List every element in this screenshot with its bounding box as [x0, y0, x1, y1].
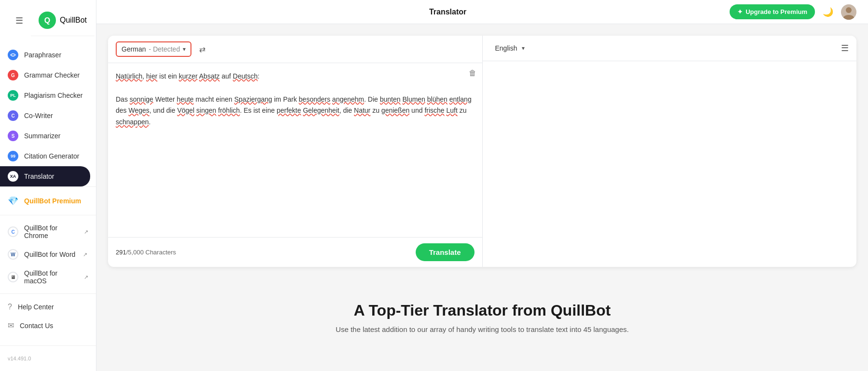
sidebar-premium-section: 💎 QuillBot Premium	[0, 186, 96, 215]
target-language-selector[interactable]: English ▾	[490, 41, 530, 55]
target-panel: English ▾ ☰	[483, 36, 857, 267]
sidebar-extensions-section: C QuillBot for Chrome ↗ W QuillBot for W…	[0, 215, 96, 293]
format-options-button[interactable]: ☰	[841, 43, 849, 53]
sidebar-item-contact-us[interactable]: ✉ Contact Us	[0, 316, 96, 335]
promo-title: A Top-Tier Translator from QuillBot	[118, 302, 847, 319]
target-text-area	[483, 61, 857, 267]
sidebar-item-label-grammar: Grammar Checker	[24, 71, 80, 79]
sidebar-item-label-co-writer: Co-Writer	[24, 112, 53, 119]
target-lang-bar: English ▾ ☰	[483, 36, 857, 61]
sidebar-item-translator[interactable]: XA Translator	[0, 166, 90, 186]
user-avatar[interactable]	[841, 4, 856, 20]
chevron-down-icon: ▾	[183, 46, 186, 53]
source-text-area[interactable]: Natürlich, hier ist ein kurzer Absatz au…	[108, 63, 482, 237]
dark-mode-toggle[interactable]: 🌙	[823, 7, 833, 17]
delete-text-button[interactable]: 🗑	[469, 69, 476, 78]
mail-icon: ✉	[8, 321, 14, 330]
sidebar-item-label-plagiarism: Plagiarism Checker	[24, 92, 82, 99]
translate-button[interactable]: Translate	[416, 243, 475, 261]
char-label: Characters	[144, 249, 176, 256]
external-link-icon-2: ↗	[83, 252, 87, 258]
sidebar: ☰ Q QuillBot Paraphraser G Grammar Check…	[0, 0, 96, 371]
sidebar-help-label: Help Center	[18, 303, 54, 311]
sidebar-item-macos[interactable]: 🖥 QuillBot for macOS ↗	[0, 265, 96, 290]
premium-star-icon: ✦	[737, 8, 743, 15]
citation-generator-icon: 99	[8, 151, 18, 161]
sidebar-item-premium[interactable]: 💎 QuillBot Premium	[0, 191, 96, 211]
sidebar-item-citation-generator[interactable]: 99 Citation Generator	[0, 146, 96, 166]
sidebar-item-help-center[interactable]: ? Help Center	[0, 298, 96, 316]
trash-icon: 🗑	[469, 69, 476, 77]
char-max: 5,000	[128, 249, 144, 256]
plagiarism-checker-icon: PL	[8, 90, 18, 101]
app-header: Translator ✦ Upgrade to Premium 🌙	[96, 0, 868, 24]
sidebar-item-label-summarizer: Summarizer	[24, 132, 60, 140]
sidebar-macos-label: QuillBot for macOS	[24, 269, 76, 285]
source-lang-name: German	[122, 45, 146, 53]
promo-subtitle: Use the latest addition to our array of …	[118, 325, 847, 333]
sidebar-premium-label: QuillBot Premium	[24, 197, 81, 205]
main-content: Translator ✦ Upgrade to Premium 🌙 German	[96, 0, 868, 371]
translator-card: German - Detected ▾ ⇄ Natürlich, hier is…	[108, 36, 856, 267]
source-lang-bar: German - Detected ▾ ⇄	[108, 36, 482, 63]
hamburger-menu[interactable]: ☰	[8, 9, 31, 33]
summarizer-icon: S	[8, 131, 18, 141]
grammar-checker-icon: G	[8, 70, 18, 80]
sidebar-nav: Paraphraser G Grammar Checker PL Plagiar…	[0, 41, 96, 345]
sidebar-chrome-label: QuillBot for Chrome	[24, 224, 76, 239]
diamond-icon: 💎	[8, 196, 18, 206]
sidebar-help-section: ? Help Center ✉ Contact Us	[0, 293, 96, 339]
page-content: German - Detected ▾ ⇄ Natürlich, hier is…	[96, 24, 868, 371]
char-current: 291	[116, 249, 126, 256]
logo-text: QuillBot	[60, 16, 87, 25]
word-icon: W	[8, 249, 18, 260]
source-text-content: Natürlich, hier ist ein kurzer Absatz au…	[116, 71, 475, 128]
sidebar-item-label-citation: Citation Generator	[24, 152, 79, 160]
swap-languages-button[interactable]: ⇄	[195, 43, 209, 56]
upgrade-label: Upgrade to Premium	[746, 8, 807, 15]
sidebar-item-grammar-checker[interactable]: G Grammar Checker	[0, 65, 96, 85]
swap-icon: ⇄	[199, 45, 205, 53]
sidebar-item-paraphraser[interactable]: Paraphraser	[0, 45, 96, 65]
quillbot-logo-icon: Q	[39, 12, 56, 29]
source-language-selector[interactable]: German - Detected ▾	[116, 41, 191, 57]
external-link-icon: ↗	[84, 229, 88, 235]
promo-section: A Top-Tier Translator from QuillBot Use …	[108, 282, 856, 343]
sidebar-item-label-translator: Translator	[24, 172, 54, 180]
source-panel: German - Detected ▾ ⇄ Natürlich, hier is…	[108, 36, 483, 267]
translator-icon: XA	[8, 171, 18, 182]
chrome-icon: C	[8, 226, 18, 237]
paraphraser-icon	[8, 50, 18, 60]
page-title: Translator	[166, 8, 730, 16]
version-label: v14.491.0	[0, 352, 96, 365]
sidebar-word-label: QuillBot for Word	[24, 251, 75, 258]
external-link-icon-3: ↗	[84, 274, 88, 280]
sidebar-item-plagiarism-checker[interactable]: PL Plagiarism Checker	[0, 85, 96, 106]
sidebar-item-chrome[interactable]: C QuillBot for Chrome ↗	[0, 219, 96, 244]
macos-icon: 🖥	[8, 272, 18, 282]
header-actions: ✦ Upgrade to Premium 🌙	[730, 4, 856, 20]
sidebar-header: ☰ Q QuillBot	[0, 0, 96, 41]
help-icon: ?	[8, 303, 12, 311]
co-writer-icon: C	[8, 110, 18, 121]
format-icon: ☰	[841, 43, 849, 53]
target-lang-name: English	[495, 44, 517, 52]
char-count: 291/5,000 Characters	[116, 249, 176, 256]
sidebar-footer: v14.491.0	[0, 345, 96, 371]
sidebar-item-summarizer[interactable]: S Summarizer	[0, 126, 96, 146]
upgrade-button[interactable]: ✦ Upgrade to Premium	[730, 4, 815, 19]
sidebar-item-label-paraphraser: Paraphraser	[24, 51, 61, 59]
sidebar-item-co-writer[interactable]: C Co-Writer	[0, 106, 96, 126]
sidebar-item-word[interactable]: W QuillBot for Word ↗	[0, 244, 96, 265]
svg-text:Q: Q	[44, 16, 50, 25]
logo: Q QuillBot	[31, 5, 95, 36]
detected-label: - Detected	[149, 45, 180, 53]
chevron-down-icon-right: ▾	[522, 45, 525, 52]
source-footer: 291/5,000 Characters Translate	[108, 237, 482, 267]
translator-panels: German - Detected ▾ ⇄ Natürlich, hier is…	[108, 36, 856, 267]
svg-point-3	[846, 7, 852, 13]
sidebar-contact-label: Contact Us	[20, 322, 53, 330]
